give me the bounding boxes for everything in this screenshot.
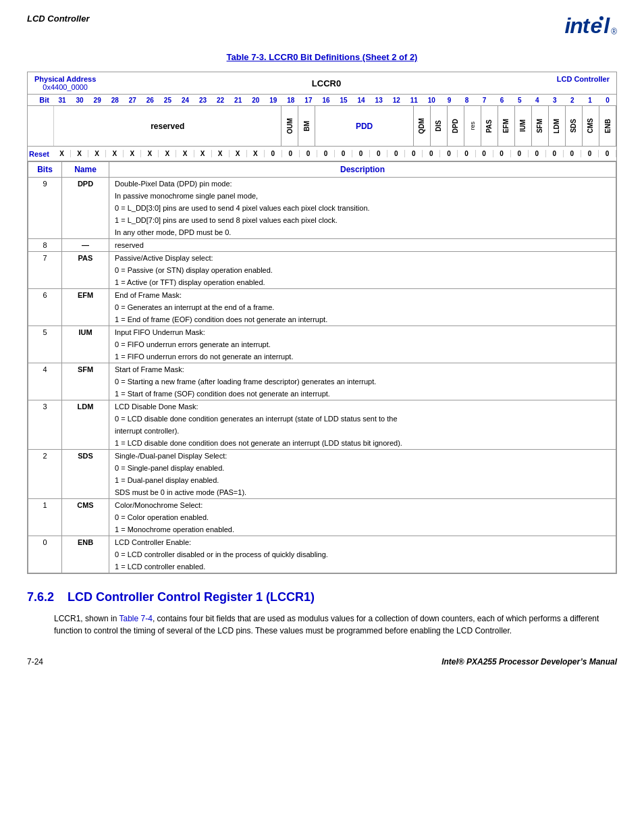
bit-num-24: 24 (176, 97, 194, 104)
field-efm: EFM (498, 106, 515, 146)
field-ium: IUM (515, 106, 532, 146)
table-row: 0 = FIFO underrun errors generate an int… (28, 338, 616, 350)
row-bits: 2 (28, 450, 62, 499)
field-sds: SDS (566, 106, 583, 146)
row-name: LDM (62, 400, 109, 450)
row-desc: Input FIFO Underrun Mask: (109, 326, 616, 339)
bit-num-20: 20 (247, 97, 265, 104)
table-row: 0 = LCD controller disabled or in the pr… (28, 548, 616, 561)
page-footer: 7-24 Intel® PXA255 Processor Developer’s… (27, 657, 617, 667)
field-qdm: QDM (414, 106, 431, 146)
table-row: 7PASPassive/Active Display select: (28, 252, 616, 265)
bit-num-18: 18 (282, 97, 300, 104)
row-desc: 1 = Monochrome operation enabled. (109, 523, 616, 536)
table-row: 0 = Starting a new frame (after loading … (28, 375, 616, 388)
bit-num-15: 15 (335, 97, 352, 104)
table-row: 1 = FIFO underrun errors do not generate… (28, 350, 616, 363)
reset-val-17: 0 (352, 150, 370, 157)
reset-val-22: 0 (440, 150, 458, 157)
physical-address-label: Physical Address (34, 75, 96, 83)
bit-num-0: 0 (599, 97, 616, 104)
page-number: 7-24 (27, 657, 43, 667)
bit-num-21: 21 (230, 97, 247, 104)
table-row: In any other mode, DPD must be 0. (28, 226, 616, 239)
reset-val-3: X (106, 150, 124, 157)
bit-num-13: 13 (370, 97, 387, 104)
table-title: Table 7-3. LCCR0 Bit Definitions (Sheet … (27, 52, 617, 62)
bit-num-2: 2 (564, 97, 581, 104)
table-row: 3LDMLCD Disable Done Mask: (28, 400, 616, 413)
bit-num-3: 3 (546, 97, 564, 104)
reset-val-24: 0 (476, 150, 493, 157)
field-dis: DIS (431, 106, 448, 146)
bit-num-30: 30 (71, 97, 88, 104)
table-row: 0 = Color operation enabled. (28, 511, 616, 523)
reset-val-6: X (159, 150, 176, 157)
bit-num-26: 26 (141, 97, 159, 104)
reset-val-7: X (176, 150, 194, 157)
reset-row: Reset XXXXXXXXXXXX00000000000000000000 (28, 147, 616, 161)
lcd-controller-label: LCD Controller (557, 75, 610, 91)
bit-numbers: 3130292827262524232221201918171615141312… (53, 97, 616, 104)
row-desc: SDS must be 0 in active mode (PAS=1). (109, 486, 616, 499)
address-row: Physical Address 0x4400_0000 LCCR0 LCD C… (28, 72, 616, 94)
lccr0-label: LCCR0 (312, 78, 341, 88)
row-desc: 1 = Start of frame (SOF) condition does … (109, 388, 616, 400)
field-enb: ENB (599, 106, 616, 146)
row-name: SFM (62, 363, 109, 400)
reset-val-9: X (212, 150, 230, 157)
page-title: LCD Controller (27, 14, 89, 24)
row-desc: 0 = Single-panel display enabled. (109, 462, 616, 474)
table-row: SDS must be 0 in active mode (PAS=1). (28, 486, 616, 499)
row-bits: 1 (28, 499, 62, 536)
table-row: 1 = LCD controller enabled. (28, 561, 616, 573)
col-desc: Description (109, 162, 616, 178)
row-desc: In passive monochrome single panel mode, (109, 190, 616, 202)
reset-val-12: 0 (265, 150, 282, 157)
row-desc: Single-/Dual-panel Display Select: (109, 450, 616, 463)
bit-num-14: 14 (352, 97, 370, 104)
table-ref-link[interactable]: Table 7-4 (119, 614, 153, 623)
row-bits: 7 (28, 252, 62, 289)
field-cms: CMS (583, 106, 599, 146)
bit-num-23: 23 (194, 97, 212, 104)
bit-num-28: 28 (106, 97, 124, 104)
row-name: CMS (62, 499, 109, 536)
row-bits: 6 (28, 289, 62, 326)
reset-val-15: 0 (317, 150, 335, 157)
table-row: 5IUMInput FIFO Underrun Mask: (28, 326, 616, 339)
field-dpd-reg: DPD (448, 106, 464, 146)
physical-address-block: Physical Address 0x4400_0000 (34, 75, 96, 91)
reset-val-31: 0 (599, 150, 616, 157)
bit-num-12: 12 (387, 97, 405, 104)
reset-val-29: 0 (564, 150, 581, 157)
table-row: 1 = Start of frame (SOF) condition does … (28, 388, 616, 400)
reset-val-30: 0 (581, 150, 599, 157)
row-desc: 1 = FIFO underrun errors do not generate… (109, 350, 616, 363)
reset-val-18: 0 (370, 150, 387, 157)
reset-val-5: X (141, 150, 159, 157)
reset-label: Reset (28, 150, 53, 158)
col-bits: Bits (28, 162, 62, 178)
row-desc: 0 = FIFO underrun errors generate an int… (109, 338, 616, 350)
row-desc: 1 = LCD controller enabled. (109, 561, 616, 573)
bit-num-9: 9 (440, 97, 458, 104)
table-row: In passive monochrome single panel mode, (28, 190, 616, 202)
row-desc: 0 = Passive (or STN) display operation e… (109, 264, 616, 276)
intel-logo: int e l ® (564, 14, 617, 38)
row-name: — (62, 239, 109, 252)
field-reserved2: res (464, 106, 481, 146)
register-table: Physical Address 0x4400_0000 LCCR0 LCD C… (27, 72, 617, 574)
row-desc: Double-Pixel Data (DPD) pin mode: (109, 178, 616, 190)
reset-val-8: X (194, 150, 212, 157)
table-row: 1 = L_DD[7:0] pins are used to send 8 pi… (28, 214, 616, 226)
row-desc: 0 = LCD controller disabled or in the pr… (109, 548, 616, 561)
row-desc: 1 = LCD disable done condition does not … (109, 437, 616, 450)
reset-val-25: 0 (493, 150, 511, 157)
field-pas: PAS (481, 106, 498, 146)
field-sfm: SFM (532, 106, 549, 146)
reset-val-27: 0 (529, 150, 546, 157)
field-ldm: LDM (549, 106, 566, 146)
row-desc: 0 = L_DD[3:0] pins are used to send 4 pi… (109, 202, 616, 214)
field-oum: OUM (281, 106, 298, 146)
